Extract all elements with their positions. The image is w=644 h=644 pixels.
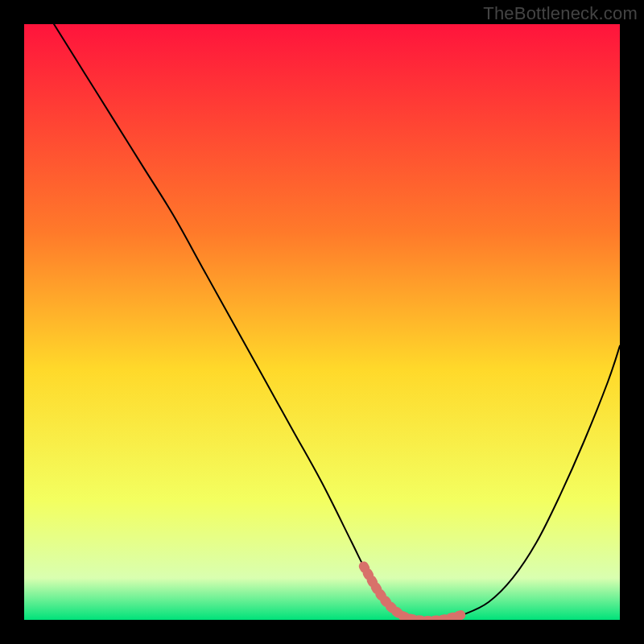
chart-container: TheBottleneck.com [0, 0, 644, 644]
plot-area [24, 24, 620, 620]
bottleneck-chart [24, 24, 620, 620]
gradient-background [24, 24, 620, 620]
watermark-label: TheBottleneck.com [483, 3, 638, 24]
